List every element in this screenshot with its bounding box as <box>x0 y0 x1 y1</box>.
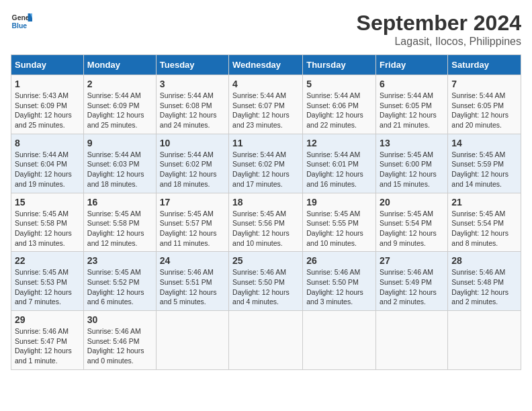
calendar-cell: 8Sunrise: 5:44 AMSunset: 6:04 PMDaylight… <box>11 134 84 193</box>
calendar-cell: 24Sunrise: 5:46 AMSunset: 5:51 PMDayligh… <box>156 252 228 311</box>
calendar-cell: 12Sunrise: 5:44 AMSunset: 6:01 PMDayligh… <box>303 134 376 193</box>
day-number: 21 <box>451 197 517 208</box>
calendar-cell: 22Sunrise: 5:45 AMSunset: 5:53 PMDayligh… <box>11 252 84 311</box>
calendar-cell: 18Sunrise: 5:45 AMSunset: 5:56 PMDayligh… <box>229 193 303 252</box>
calendar-cell: 30Sunrise: 5:46 AMSunset: 5:46 PMDayligh… <box>83 311 156 370</box>
day-info: Sunrise: 5:44 AMSunset: 6:09 PMDaylight:… <box>87 91 152 130</box>
day-number: 2 <box>87 79 152 89</box>
header: General Blue September 2024 Lagasit, Ilo… <box>11 11 521 48</box>
calendar-week-row: 22Sunrise: 5:45 AMSunset: 5:53 PMDayligh… <box>11 252 521 311</box>
page-title: September 2024 <box>357 11 521 36</box>
header-friday: Friday <box>376 55 448 75</box>
calendar-cell: 20Sunrise: 5:45 AMSunset: 5:54 PMDayligh… <box>376 193 448 252</box>
title-area: September 2024 Lagasit, Ilocos, Philippi… <box>357 11 521 48</box>
day-number: 8 <box>15 138 80 148</box>
calendar-cell: 3Sunrise: 5:44 AMSunset: 6:08 PMDaylight… <box>156 75 228 134</box>
day-number: 19 <box>306 197 372 208</box>
day-number: 5 <box>306 79 372 89</box>
calendar-cell: 4Sunrise: 5:44 AMSunset: 6:07 PMDaylight… <box>229 75 303 134</box>
calendar-cell: 14Sunrise: 5:45 AMSunset: 5:59 PMDayligh… <box>448 134 521 193</box>
day-number: 15 <box>15 197 80 208</box>
calendar-cell: 5Sunrise: 5:44 AMSunset: 6:06 PMDaylight… <box>303 75 376 134</box>
day-info: Sunrise: 5:46 AMSunset: 5:47 PMDaylight:… <box>15 326 80 366</box>
day-number: 20 <box>380 197 444 208</box>
calendar-cell: 21Sunrise: 5:45 AMSunset: 5:54 PMDayligh… <box>448 193 521 252</box>
day-info: Sunrise: 5:45 AMSunset: 5:54 PMDaylight:… <box>380 209 444 248</box>
day-info: Sunrise: 5:45 AMSunset: 5:58 PMDaylight:… <box>87 209 152 248</box>
day-number: 18 <box>232 197 299 208</box>
day-info: Sunrise: 5:45 AMSunset: 5:59 PMDaylight:… <box>451 150 517 189</box>
calendar-week-row: 8Sunrise: 5:44 AMSunset: 6:04 PMDaylight… <box>11 134 521 193</box>
day-info: Sunrise: 5:45 AMSunset: 5:56 PMDaylight:… <box>232 209 299 248</box>
day-number: 13 <box>380 138 444 148</box>
calendar-cell: 28Sunrise: 5:46 AMSunset: 5:48 PMDayligh… <box>448 252 521 311</box>
day-info: Sunrise: 5:43 AMSunset: 6:09 PMDaylight:… <box>15 91 80 130</box>
day-number: 17 <box>160 197 225 208</box>
day-number: 22 <box>15 255 80 266</box>
day-info: Sunrise: 5:45 AMSunset: 5:55 PMDaylight:… <box>306 209 372 248</box>
calendar-cell: 15Sunrise: 5:45 AMSunset: 5:58 PMDayligh… <box>11 193 84 252</box>
day-info: Sunrise: 5:44 AMSunset: 6:01 PMDaylight:… <box>306 150 372 189</box>
day-number: 23 <box>87 255 152 266</box>
calendar-cell: 23Sunrise: 5:45 AMSunset: 5:52 PMDayligh… <box>83 252 156 311</box>
day-info: Sunrise: 5:44 AMSunset: 6:04 PMDaylight:… <box>15 150 80 189</box>
day-info: Sunrise: 5:44 AMSunset: 6:06 PMDaylight:… <box>306 91 372 130</box>
day-number: 4 <box>232 79 299 89</box>
calendar-cell: 7Sunrise: 5:44 AMSunset: 6:05 PMDaylight… <box>448 75 521 134</box>
calendar-week-row: 15Sunrise: 5:45 AMSunset: 5:58 PMDayligh… <box>11 193 521 252</box>
day-number: 9 <box>87 138 152 148</box>
day-info: Sunrise: 5:46 AMSunset: 5:46 PMDaylight:… <box>87 326 152 366</box>
day-info: Sunrise: 5:45 AMSunset: 5:57 PMDaylight:… <box>160 209 225 248</box>
day-number: 27 <box>380 255 444 266</box>
calendar-cell: 1Sunrise: 5:43 AMSunset: 6:09 PMDaylight… <box>11 75 84 134</box>
day-info: Sunrise: 5:45 AMSunset: 5:52 PMDaylight:… <box>87 267 152 307</box>
day-info: Sunrise: 5:45 AMSunset: 6:00 PMDaylight:… <box>380 150 444 189</box>
calendar-cell: 13Sunrise: 5:45 AMSunset: 6:00 PMDayligh… <box>376 134 448 193</box>
day-info: Sunrise: 5:46 AMSunset: 5:50 PMDaylight:… <box>232 267 299 307</box>
calendar-cell: 17Sunrise: 5:45 AMSunset: 5:57 PMDayligh… <box>156 193 228 252</box>
calendar-cell <box>229 311 303 370</box>
header-wednesday: Wednesday <box>229 55 303 75</box>
header-monday: Monday <box>83 55 156 75</box>
day-number: 29 <box>15 314 80 325</box>
day-number: 28 <box>451 255 517 266</box>
header-sunday: Sunday <box>11 55 84 75</box>
calendar-cell <box>376 311 448 370</box>
day-info: Sunrise: 5:44 AMSunset: 6:08 PMDaylight:… <box>160 91 225 130</box>
day-info: Sunrise: 5:44 AMSunset: 6:02 PMDaylight:… <box>232 150 299 189</box>
day-info: Sunrise: 5:44 AMSunset: 6:03 PMDaylight:… <box>87 150 152 189</box>
day-number: 14 <box>451 138 517 148</box>
calendar-cell: 26Sunrise: 5:46 AMSunset: 5:50 PMDayligh… <box>303 252 376 311</box>
calendar-cell: 27Sunrise: 5:46 AMSunset: 5:49 PMDayligh… <box>376 252 448 311</box>
day-number: 1 <box>15 79 80 89</box>
day-info: Sunrise: 5:45 AMSunset: 5:58 PMDaylight:… <box>15 209 80 248</box>
logo-icon: General Blue <box>11 11 32 32</box>
calendar-cell: 9Sunrise: 5:44 AMSunset: 6:03 PMDaylight… <box>83 134 156 193</box>
day-number: 3 <box>160 79 225 89</box>
day-info: Sunrise: 5:46 AMSunset: 5:49 PMDaylight:… <box>380 267 444 307</box>
calendar-cell: 16Sunrise: 5:45 AMSunset: 5:58 PMDayligh… <box>83 193 156 252</box>
day-number: 16 <box>87 197 152 208</box>
header-tuesday: Tuesday <box>156 55 228 75</box>
day-number: 6 <box>380 79 444 89</box>
header-thursday: Thursday <box>303 55 376 75</box>
day-number: 25 <box>232 255 299 266</box>
calendar-cell <box>156 311 228 370</box>
day-info: Sunrise: 5:44 AMSunset: 6:07 PMDaylight:… <box>232 91 299 130</box>
calendar-header-row: SundayMondayTuesdayWednesdayThursdayFrid… <box>11 55 521 75</box>
day-info: Sunrise: 5:46 AMSunset: 5:48 PMDaylight:… <box>451 267 517 307</box>
day-info: Sunrise: 5:45 AMSunset: 5:53 PMDaylight:… <box>15 267 80 307</box>
day-number: 30 <box>87 314 152 325</box>
calendar-week-row: 1Sunrise: 5:43 AMSunset: 6:09 PMDaylight… <box>11 75 521 134</box>
day-number: 26 <box>306 255 372 266</box>
calendar-cell: 6Sunrise: 5:44 AMSunset: 6:05 PMDaylight… <box>376 75 448 134</box>
calendar-cell <box>303 311 376 370</box>
day-number: 24 <box>160 255 225 266</box>
logo: General Blue <box>11 11 32 32</box>
day-info: Sunrise: 5:44 AMSunset: 6:05 PMDaylight:… <box>451 91 517 130</box>
calendar-week-row: 29Sunrise: 5:46 AMSunset: 5:47 PMDayligh… <box>11 311 521 370</box>
calendar-cell <box>448 311 521 370</box>
calendar-table: SundayMondayTuesdayWednesdayThursdayFrid… <box>11 54 521 370</box>
day-info: Sunrise: 5:46 AMSunset: 5:50 PMDaylight:… <box>306 267 372 307</box>
calendar-cell: 25Sunrise: 5:46 AMSunset: 5:50 PMDayligh… <box>229 252 303 311</box>
